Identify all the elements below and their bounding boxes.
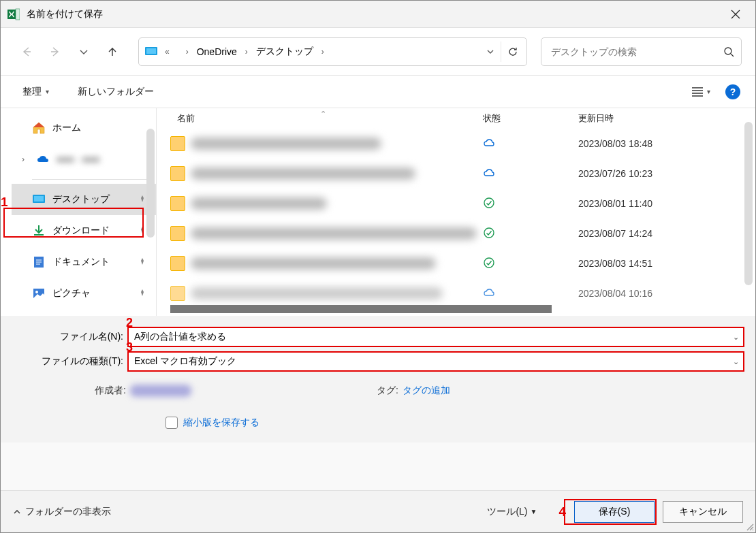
refresh-button[interactable] bbox=[501, 42, 524, 62]
search-icon[interactable] bbox=[721, 46, 737, 57]
annotation-label: 4 bbox=[558, 504, 566, 519]
hide-folders-label: フォルダーの非表示 bbox=[25, 506, 111, 518]
svg-point-12 bbox=[484, 258, 494, 268]
resize-grip-icon[interactable] bbox=[744, 521, 754, 531]
file-name bbox=[191, 257, 436, 270]
save-button-label: 保存(S) bbox=[599, 506, 631, 518]
file-list: ⌃ 名前 状態 更新日時 2023/08/03 18:482023/07/26 … bbox=[156, 108, 755, 316]
annotation-label: 3 bbox=[126, 340, 133, 355]
column-header-state[interactable]: 状態 bbox=[483, 112, 578, 125]
synced-status-icon bbox=[483, 257, 495, 271]
tools-dropdown[interactable]: ツール(L) ▼ bbox=[487, 506, 537, 518]
column-header-name[interactable]: 名前 bbox=[177, 112, 483, 125]
nav-back-button[interactable] bbox=[14, 39, 39, 64]
arrow-up-icon bbox=[106, 46, 119, 58]
nav-forward-button[interactable] bbox=[43, 39, 67, 64]
sidebar-item-pictures[interactable]: ピクチャ bbox=[12, 278, 156, 309]
file-name bbox=[191, 167, 415, 180]
chevron-right-icon[interactable]: › bbox=[241, 47, 252, 56]
nav-recent-dropdown[interactable] bbox=[72, 39, 96, 64]
new-folder-button[interactable]: 新しいフォルダー bbox=[76, 83, 155, 101]
cancel-button-label: キャンセル bbox=[679, 506, 727, 518]
svg-rect-6 bbox=[34, 196, 44, 201]
onedrive-icon bbox=[36, 152, 50, 166]
pin-icon bbox=[138, 195, 146, 205]
svg-point-10 bbox=[484, 198, 494, 208]
vertical-scrollbar[interactable] bbox=[744, 122, 753, 312]
chevron-right-icon[interactable]: › bbox=[17, 155, 29, 164]
folder-icon bbox=[170, 286, 185, 301]
file-date: 2023/08/03 18:48 bbox=[578, 138, 755, 149]
close-button[interactable] bbox=[720, 3, 751, 25]
close-icon bbox=[731, 10, 740, 19]
horizontal-scrollbar[interactable] bbox=[170, 304, 565, 314]
column-header-date[interactable]: 更新日時 bbox=[578, 112, 755, 125]
desktop-icon bbox=[32, 193, 46, 206]
refresh-icon bbox=[507, 46, 518, 57]
tags-label: タグ: bbox=[355, 385, 403, 397]
chevron-down-icon[interactable]: ⌄ bbox=[733, 333, 739, 342]
sidebar-label: ホーム bbox=[52, 122, 156, 134]
sidebar-item-documents[interactable]: ドキュメント bbox=[12, 246, 156, 278]
tags-add-link[interactable]: タグの追加 bbox=[403, 385, 450, 397]
help-button[interactable]: ? bbox=[725, 84, 740, 99]
save-thumbnail-label[interactable]: 縮小版を保存する bbox=[183, 417, 259, 429]
sidebar-scrollbar[interactable] bbox=[146, 129, 155, 238]
cancel-button[interactable]: キャンセル bbox=[663, 501, 743, 523]
path-segment[interactable]: デスクトップ bbox=[252, 44, 317, 59]
sidebar-item-desktop[interactable]: デスクトップ bbox=[12, 184, 156, 215]
caret-down-icon: ▾ bbox=[46, 88, 49, 95]
chevron-up-icon bbox=[13, 508, 21, 516]
meta-row: 作成者: タグ: タグの追加 bbox=[12, 376, 744, 406]
address-bar[interactable]: « › OneDrive › デスクトップ › bbox=[138, 37, 527, 66]
nav-up-button[interactable] bbox=[100, 39, 125, 64]
search-box[interactable] bbox=[541, 37, 742, 66]
path-segment[interactable]: OneDrive bbox=[193, 45, 241, 59]
sidebar-item-onedrive[interactable]: › ■■■ - ■■■ bbox=[12, 144, 156, 175]
file-row[interactable]: 2023/07/26 10:23 bbox=[157, 159, 755, 189]
list-view-icon bbox=[692, 86, 706, 97]
address-dropdown[interactable] bbox=[480, 42, 501, 62]
arrow-left-icon bbox=[20, 46, 33, 58]
main-area: ホーム › ■■■ - ■■■ デスクトップ ダウンロード bbox=[1, 108, 755, 316]
filename-field[interactable]: A列の合計値を求める ⌄ bbox=[127, 327, 744, 347]
author-value[interactable] bbox=[130, 385, 191, 397]
search-input[interactable] bbox=[550, 46, 721, 58]
file-date: 2023/08/07 14:24 bbox=[578, 228, 755, 239]
footer: フォルダーの非表示 ツール(L) ▼ 4 保存(S) キャンセル bbox=[1, 490, 755, 532]
document-icon bbox=[32, 255, 46, 269]
save-form: 2 ファイル名(N): A列の合計値を求める ⌄ 3 ファイルの種類(T): E… bbox=[1, 316, 755, 442]
caret-down-icon: ▾ bbox=[707, 88, 710, 95]
chevron-right-icon[interactable]: › bbox=[317, 47, 328, 56]
pin-icon bbox=[138, 289, 146, 299]
file-list-header: ⌃ 名前 状態 更新日時 bbox=[157, 108, 755, 129]
file-row[interactable]: 2023/08/03 14:51 bbox=[157, 248, 755, 278]
pin-icon bbox=[138, 257, 146, 268]
excel-app-icon bbox=[7, 8, 20, 20]
save-thumbnail-checkbox[interactable] bbox=[166, 417, 178, 429]
svg-rect-1 bbox=[16, 9, 20, 20]
sidebar-item-downloads[interactable]: ダウンロード bbox=[12, 215, 156, 246]
file-row[interactable]: 2023/08/01 11:40 bbox=[157, 189, 755, 219]
sidebar-label: デスクトップ bbox=[52, 193, 131, 206]
save-button[interactable]: 保存(S) bbox=[574, 501, 655, 523]
hide-folders-button[interactable]: フォルダーの非表示 bbox=[13, 506, 111, 518]
file-row[interactable]: 2023/08/07 14:24 bbox=[157, 219, 755, 248]
file-row[interactable]: 2023/08/03 18:48 bbox=[157, 129, 755, 159]
sidebar-item-home[interactable]: ホーム bbox=[12, 112, 156, 144]
chevron-down-icon bbox=[79, 47, 89, 56]
view-mode-button[interactable]: ▾ bbox=[692, 86, 710, 97]
filetype-value: Excel マクロ有効ブック bbox=[134, 355, 236, 368]
sidebar: ホーム › ■■■ - ■■■ デスクトップ ダウンロード bbox=[1, 108, 156, 316]
synced-status-icon bbox=[483, 197, 495, 211]
chevron-down-icon[interactable]: ⌄ bbox=[733, 357, 739, 366]
path-segment[interactable] bbox=[174, 50, 182, 53]
file-name bbox=[191, 287, 443, 300]
annotation-label: 1 bbox=[1, 195, 8, 210]
folder-icon bbox=[170, 166, 185, 181]
filetype-field[interactable]: Excel マクロ有効ブック ⌄ bbox=[127, 351, 744, 372]
sidebar-label: ピクチャ bbox=[52, 287, 131, 300]
breadcrumb-overflow-icon[interactable]: « bbox=[161, 47, 174, 56]
chevron-right-icon[interactable]: › bbox=[182, 47, 193, 56]
organize-button[interactable]: 整理 ▾ bbox=[21, 83, 50, 101]
